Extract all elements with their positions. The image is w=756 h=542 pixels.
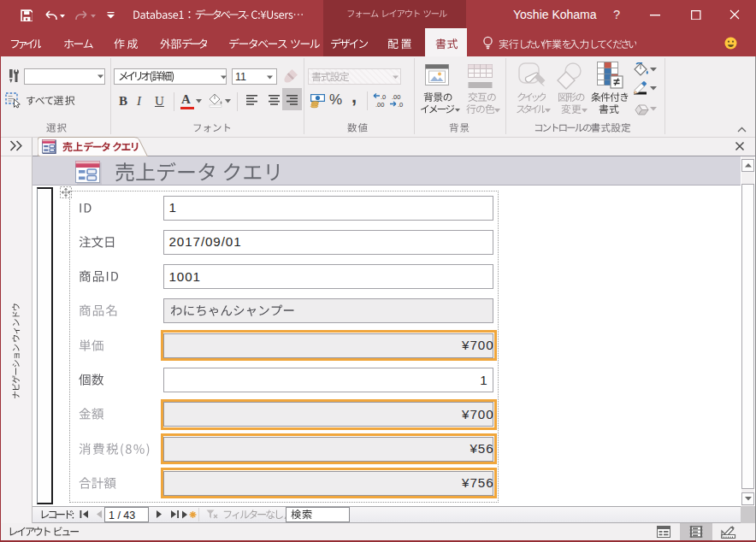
svg-text:.0: .0: [398, 101, 403, 109]
svg-text:.00: .00: [375, 101, 384, 109]
